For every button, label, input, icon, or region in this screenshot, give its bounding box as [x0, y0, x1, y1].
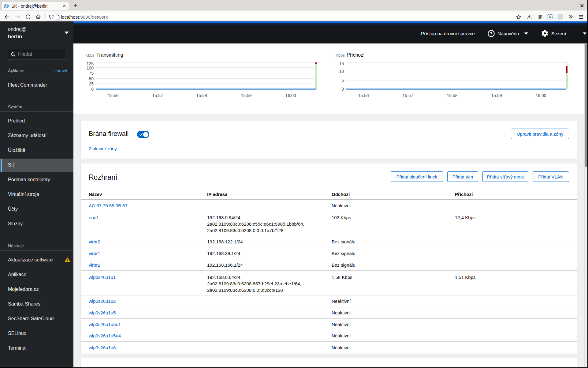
svg-text:100: 100: [87, 66, 94, 70]
svg-text:Kbps: Kbps: [85, 53, 95, 58]
svg-text:25: 25: [89, 81, 94, 86]
svg-text:15:59: 15:59: [491, 93, 502, 98]
svg-text:5: 5: [341, 78, 344, 83]
svg-text:Příchozí: Příchozí: [347, 52, 365, 58]
svg-text:N: N: [549, 15, 551, 19]
svg-text:15:58: 15:58: [447, 93, 457, 98]
svg-text:?: ?: [490, 31, 493, 36]
svg-text:15:57: 15:57: [152, 93, 163, 98]
svg-text:15:56: 15:56: [108, 93, 118, 98]
svg-text:16:00: 16:00: [535, 93, 546, 98]
svg-text:75: 75: [89, 71, 94, 76]
svg-text:10: 10: [339, 69, 344, 74]
svg-text:50: 50: [89, 76, 94, 81]
svg-text:0: 0: [91, 87, 94, 92]
svg-text:15:57: 15:57: [402, 93, 413, 98]
svg-text:15: 15: [339, 61, 344, 66]
svg-text:Kbps: Kbps: [336, 53, 345, 58]
svg-text:16:00: 16:00: [285, 93, 296, 98]
svg-text:15:59: 15:59: [241, 93, 251, 98]
svg-text:Transmitting: Transmitting: [96, 52, 123, 58]
svg-text:0: 0: [341, 87, 344, 92]
svg-text:15:58: 15:58: [196, 93, 207, 98]
svg-text:15:56: 15:56: [358, 93, 369, 98]
